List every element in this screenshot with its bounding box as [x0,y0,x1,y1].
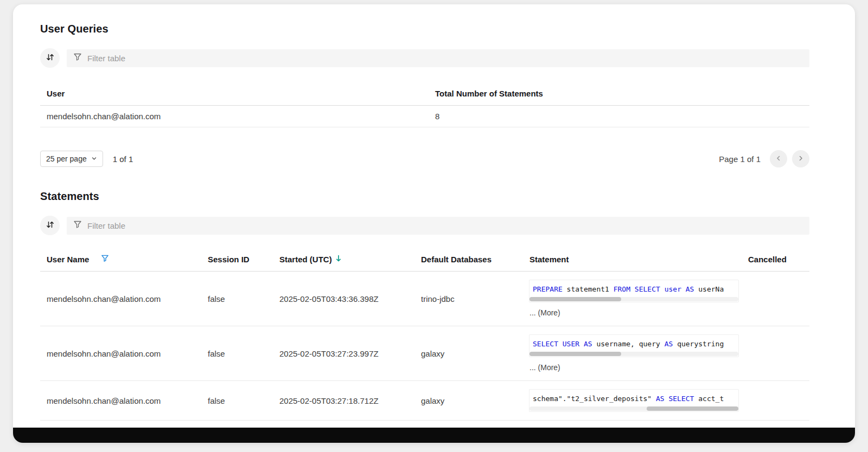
next-page-button[interactable] [792,150,809,167]
table-row[interactable]: mendelsohn.chan@alation.com 8 [40,106,809,127]
window-footer-bar [13,428,855,443]
user-name-cell: mendelsohn.chan@alation.com [40,381,201,421]
prev-page-button[interactable] [770,150,787,167]
scrollbar-thumb[interactable] [529,297,621,301]
sort-desc-icon[interactable] [335,255,342,264]
sort-arrows-icon [46,220,55,231]
statement-code-box[interactable]: SELECT USER AS username, query AS querys… [529,335,738,357]
total-statements-cell: 8 [429,106,809,127]
user-name-cell: mendelsohn.chan@alation.com [40,326,201,381]
col-user[interactable]: User [40,82,429,106]
user-queries-filter-box[interactable] [67,49,809,67]
user-name-cell: mendelsohn.chan@alation.com [40,272,201,326]
statements-table: User Name Session ID St [40,247,809,421]
default-databases-cell: galaxy [414,326,523,381]
statement-scrollbar[interactable] [529,352,738,356]
user-queries-toolbar [40,48,809,68]
pagination-right: Page 1 of 1 [719,150,809,167]
table-row[interactable]: mendelsohn.chan@alation.com false 2025-0… [40,326,809,381]
funnel-icon [73,220,82,231]
col-user-name-label: User Name [47,255,89,264]
statement-code-box[interactable]: schema"."t2_silver_deposits" AS SELECT a… [529,390,738,411]
user-queries-section: User Queries [40,23,809,167]
range-label: 1 of 1 [113,154,133,164]
statement-code-box[interactable]: PREPARE statement1 FROM SELECT user AS u… [529,280,738,302]
sort-button[interactable] [40,216,60,235]
statements-toolbar [40,216,809,235]
col-session-id[interactable]: Session ID [201,247,273,272]
more-link[interactable]: ... (More) [529,363,735,372]
started-cell: 2025-02-05T03:43:36.398Z [273,272,414,326]
page-label: Page 1 of 1 [719,154,761,164]
statement-cell: PREPARE statement1 FROM SELECT user AS u… [523,272,742,326]
table-row[interactable]: mendelsohn.chan@alation.com false 2025-0… [40,381,809,421]
statement-scrollbar[interactable] [529,406,738,411]
statements-title: Statements [40,190,809,203]
sort-arrows-icon [46,53,55,63]
user-cell: mendelsohn.chan@alation.com [40,106,429,127]
col-started-utc[interactable]: Started (UTC) [273,247,414,272]
col-cancelled[interactable]: Cancelled [742,247,809,272]
cancelled-cell [742,326,809,381]
user-queries-title: User Queries [40,23,809,35]
statement-cell: schema"."t2_silver_deposits" AS SELECT a… [523,381,742,421]
scrollbar-thumb[interactable] [529,352,621,356]
statement-scrollbar[interactable] [529,297,738,301]
user-queries-header-row: User Total Number of Statements [40,82,809,106]
col-total-statements[interactable]: Total Number of Statements [429,82,809,106]
per-page-label: 25 per page [46,154,87,163]
app-window: User Queries [13,4,855,443]
main-content-card: User Queries [13,4,855,428]
cancelled-cell [742,381,809,421]
session-id-cell: false [201,326,273,381]
filter-active-icon[interactable] [101,254,109,264]
funnel-icon [73,53,82,63]
statement-code: schema"."t2_silver_deposits" AS SELECT a… [529,390,738,406]
sort-button[interactable] [40,48,60,68]
col-user-name[interactable]: User Name [40,247,201,272]
chevron-right-icon [797,154,805,164]
col-default-databases[interactable]: Default Databases [414,247,523,272]
session-id-cell: false [201,272,273,326]
cancelled-cell [742,272,809,326]
user-queries-pagination: 25 per page 1 of 1 Page 1 of 1 [40,150,809,167]
statement-code: SELECT USER AS username, query AS querys… [529,335,738,352]
col-statement[interactable]: Statement [523,247,742,272]
table-row[interactable]: mendelsohn.chan@alation.com false 2025-0… [40,272,809,326]
statements-section: Statements [40,190,809,421]
more-link[interactable]: ... (More) [529,308,735,317]
per-page-select[interactable]: 25 per page [40,151,103,167]
started-cell: 2025-02-05T03:27:23.997Z [273,326,414,381]
default-databases-cell: trino-jdbc [414,272,523,326]
chevron-left-icon [775,154,782,164]
col-started-utc-label: Started (UTC) [279,255,332,264]
user-queries-filter-input[interactable] [87,54,803,63]
started-cell: 2025-02-05T03:27:18.712Z [273,381,414,421]
chevron-down-icon [91,154,97,163]
statements-filter-input[interactable] [87,221,803,230]
scrollbar-thumb[interactable] [647,406,738,411]
session-id-cell: false [201,381,273,421]
statement-cell: SELECT USER AS username, query AS querys… [523,326,742,381]
statements-filter-box[interactable] [67,217,809,235]
statement-code: PREPARE statement1 FROM SELECT user AS u… [529,280,738,297]
default-databases-cell: galaxy [414,381,523,421]
statements-header-row: User Name Session ID St [40,247,809,272]
user-queries-table: User Total Number of Statements mendelso… [40,82,809,127]
